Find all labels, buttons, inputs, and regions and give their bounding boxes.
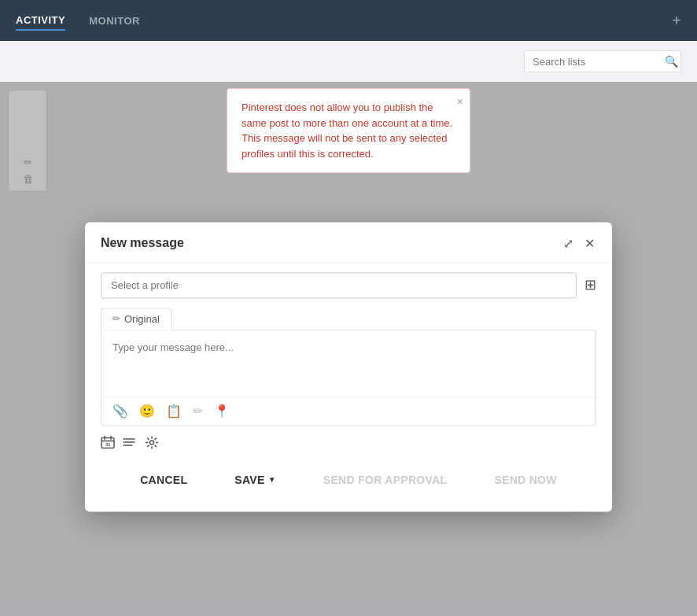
search-input[interactable] — [533, 56, 665, 68]
bottom-toolbar: 31 — [85, 426, 612, 456]
svg-point-10 — [124, 444, 125, 445]
warning-text: Pinterest does not allow you to publish … — [242, 101, 452, 160]
modal-title: New message — [101, 236, 184, 250]
tab-original-label: Original — [124, 313, 160, 325]
modal-close-button[interactable]: ✕ — [583, 234, 596, 253]
search-box: 🔍 — [524, 50, 681, 72]
compose-area: 📎 🙂 📋 ✏ 📍 — [101, 330, 596, 426]
cancel-button[interactable]: CANCEL — [116, 464, 211, 496]
svg-point-8 — [124, 437, 125, 439]
send-approval-button: SEND FOR APPROVAL — [300, 464, 471, 496]
compose-toolbar: 📎 🙂 📋 ✏ 📍 — [101, 397, 596, 425]
profile-select-input[interactable] — [101, 272, 577, 298]
nav-item-monitor[interactable]: MONITOR — [89, 12, 140, 30]
action-buttons: CANCEL SAVE ▼ SEND FOR APPROVAL SEND NOW — [85, 456, 612, 496]
svg-point-11 — [150, 440, 154, 444]
modal-header: New message ⤢ ✕ — [85, 222, 612, 263]
emoji-icon[interactable]: 🙂 — [139, 404, 155, 419]
tab-row: ✏ Original — [85, 308, 612, 330]
save-caret-icon: ▼ — [268, 475, 276, 484]
save-label: SAVE — [234, 474, 264, 486]
list-icon[interactable] — [123, 435, 137, 453]
profile-row: ⊞ — [85, 263, 612, 308]
grid-view-icon[interactable]: ⊞ — [585, 276, 596, 293]
edit-icon[interactable]: ✏ — [193, 404, 203, 419]
new-message-modal: New message ⤢ ✕ ⊞ ✏ Original 📎 🙂 📋 — [85, 222, 612, 511]
main-content: ✏ 🗑 × Pinterest does not allow you to pu… — [0, 82, 697, 616]
gear-icon[interactable] — [145, 435, 159, 453]
tab-original[interactable]: ✏ Original — [101, 308, 171, 330]
nav-plus-icon[interactable]: + — [672, 12, 681, 30]
search-bar-area: 🔍 — [0, 41, 697, 82]
top-nav: ACTIVITY MONITOR + — [0, 0, 697, 41]
modal-expand-button[interactable]: ⤢ — [562, 234, 575, 253]
location-icon[interactable]: 📍 — [214, 404, 230, 419]
calendar-icon[interactable]: 31 — [101, 435, 115, 453]
svg-text:31: 31 — [105, 442, 111, 447]
modal-header-icons: ⤢ ✕ — [562, 234, 596, 253]
attach-icon[interactable]: 📎 — [112, 404, 128, 419]
warning-close-button[interactable]: × — [457, 94, 463, 110]
save-button[interactable]: SAVE ▼ — [211, 464, 300, 496]
search-icon[interactable]: 🔍 — [665, 55, 678, 68]
nav-item-activity[interactable]: ACTIVITY — [16, 11, 65, 31]
send-now-button: SEND NOW — [470, 464, 580, 496]
message-textarea[interactable] — [101, 330, 596, 393]
tab-pencil-icon: ✏ — [112, 313, 120, 324]
clipboard-icon[interactable]: 📋 — [166, 404, 182, 419]
svg-point-9 — [124, 441, 125, 442]
warning-toast: × Pinterest does not allow you to publis… — [227, 88, 470, 173]
